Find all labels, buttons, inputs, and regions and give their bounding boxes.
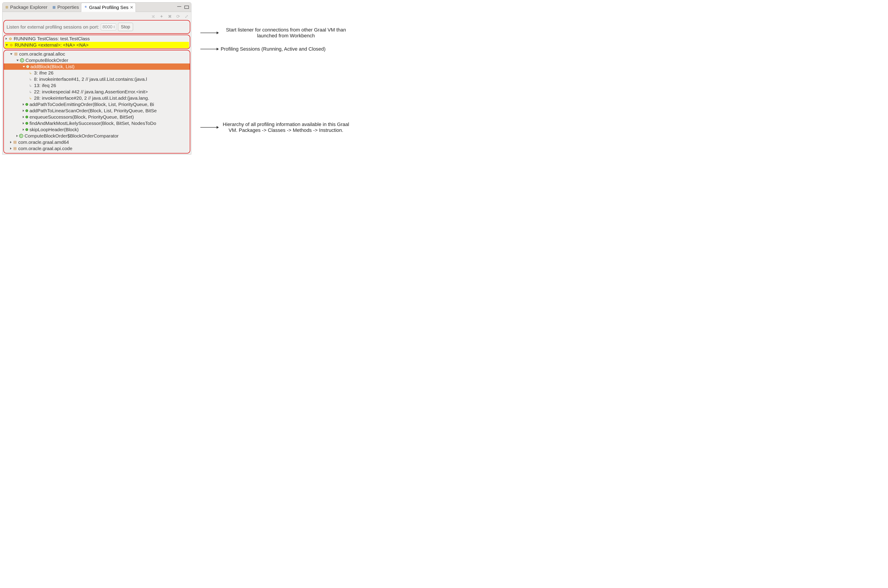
package-icon: ⊞	[13, 140, 17, 144]
method-icon	[26, 103, 28, 106]
method-label: skipLoopHeader(Block)	[30, 127, 78, 132]
instruction-row[interactable]: ↳ 13: ifeq 26	[4, 82, 190, 88]
method-row-selected[interactable]: addBlock(Block, List)	[4, 63, 190, 70]
expand-arrow-icon[interactable]	[6, 44, 8, 46]
refresh-icon[interactable]: ⟳	[176, 14, 180, 19]
instruction-row[interactable]: ↳ 22: invokespecial #42 // java.lang.Ass…	[4, 88, 190, 95]
instruction-row[interactable]: ↳ 8: invokeinterface#41, 2 // java.util.…	[4, 76, 190, 82]
expand-arrow-icon[interactable]	[23, 129, 24, 131]
invoke-icon: ↳	[29, 96, 33, 100]
session-name: TestClass:	[37, 36, 59, 41]
tab-bar: ⊞ Package Explorer ▦ Properties ᴳ Graal …	[3, 3, 191, 12]
expand-arrow-icon[interactable]	[23, 116, 24, 118]
invoke-icon: ↳	[29, 77, 33, 81]
arrow-icon	[200, 49, 218, 49]
session-row-active[interactable]: ⚙ RUNNING <external>: <NA> <NA>	[5, 42, 189, 48]
puzzle-icon[interactable]: ✦	[160, 14, 164, 19]
branch-icon: ↳	[29, 71, 33, 75]
method-icon	[26, 116, 28, 118]
method-row[interactable]: enqueueSuccessors(Block, PriorityQueue, …	[4, 114, 190, 120]
expand-arrow-icon[interactable]	[23, 110, 24, 112]
instruction-row[interactable]: ↳ 28: invokeinterface#20, 2 // java.util…	[4, 95, 190, 101]
tab-properties[interactable]: ▦ Properties	[50, 3, 81, 12]
class-icon: C	[20, 58, 24, 62]
method-label: addPathToLinearScanOrder(Block, List, Pr…	[30, 108, 157, 113]
method-row[interactable]: findAndMarkMostLikelySuccessor(Block, Bi…	[4, 120, 190, 126]
window-controls	[177, 6, 191, 9]
view-toolbar: ⤨ ✦ ✖ ⟳ ⤢	[3, 12, 191, 20]
method-label: enqueueSuccessors(Block, PriorityQueue, …	[30, 114, 134, 120]
tab-graal-profiling[interactable]: ᴳ Graal Profiling Ses ✕	[81, 3, 135, 12]
expand-arrow-icon[interactable]	[10, 53, 12, 55]
annotation-text: Start listener for connections from othe…	[221, 27, 351, 39]
method-label: addPathToCodeEmittingOrder(Block, List, …	[30, 102, 154, 107]
collapse-icon[interactable]: ⤢	[185, 14, 188, 19]
maximize-icon[interactable]	[185, 6, 189, 9]
package-explorer-icon: ⊞	[5, 5, 9, 9]
class-icon: C	[19, 134, 23, 138]
sessions-box: ⚙ RUNNING TestClass: test.TestClass ⚙ RU…	[3, 34, 190, 49]
session-name: <external>:	[38, 42, 62, 48]
expand-arrow-icon[interactable]	[6, 38, 7, 40]
package-label: com.oracle.graal.alloc	[19, 51, 65, 57]
hierarchy-box: ⊞ com.oracle.graal.alloc C ComputeBlockO…	[3, 50, 190, 153]
tab-label: Graal Profiling Ses	[89, 5, 128, 10]
port-listener-row: Listen for external profiling sessions o…	[3, 20, 190, 34]
spin-arrows-icon[interactable]: ▲▼	[113, 25, 115, 29]
method-row[interactable]: skipLoopHeader(Block)	[4, 126, 190, 133]
class-row[interactable]: C ComputeBlockOrder	[4, 57, 190, 63]
session-status: RUNNING	[14, 36, 36, 41]
gear-icon: ⚙	[8, 37, 12, 41]
expand-arrow-icon[interactable]	[23, 103, 24, 105]
method-row[interactable]: addPathToCodeEmittingOrder(Block, List, …	[4, 101, 190, 108]
tab-label: Package Explorer	[10, 4, 48, 10]
properties-icon: ▦	[52, 5, 56, 9]
arrow-icon	[200, 33, 218, 33]
instruction-label: 13: ifeq 26	[34, 83, 56, 88]
expand-arrow-icon[interactable]	[10, 147, 12, 150]
port-label: Listen for external profiling sessions o…	[6, 24, 99, 30]
expand-arrow-icon[interactable]	[17, 135, 18, 137]
graal-icon: ᴳ	[84, 5, 87, 9]
annotation-text: Profiling Sessions (Running, Active and …	[221, 46, 326, 52]
port-spinbox[interactable]: ▲▼	[101, 23, 116, 30]
gear-icon: ⚙	[9, 43, 13, 47]
expand-arrow-icon[interactable]	[17, 60, 19, 61]
arrow-icon	[200, 127, 218, 128]
method-label: findAndMarkMostLikelySuccessor(Block, Bi…	[30, 121, 156, 126]
package-row[interactable]: ⊞ com.oracle.graal.api.code	[4, 146, 190, 152]
class-label: ComputeBlockOrder$BlockOrderComparator	[24, 133, 119, 139]
method-icon	[26, 122, 28, 124]
expand-arrow-icon[interactable]	[10, 141, 12, 143]
expand-arrow-icon[interactable]	[23, 66, 25, 68]
session-status: RUNNING	[15, 42, 37, 48]
instruction-label: 8: invokeinterface#41, 2 // java.util.Li…	[34, 76, 147, 82]
package-label: com.oracle.graal.api.code	[18, 146, 72, 151]
tab-package-explorer[interactable]: ⊞ Package Explorer	[3, 3, 50, 12]
package-label: com.oracle.graal.amd64	[18, 140, 69, 145]
method-row[interactable]: addPathToLinearScanOrder(Block, List, Pr…	[4, 108, 190, 114]
route-icon[interactable]: ⤨	[151, 14, 155, 19]
class-row[interactable]: C ComputeBlockOrder$BlockOrderComparator	[4, 133, 190, 139]
stop-button[interactable]: Stop	[118, 23, 133, 31]
port-input[interactable]	[102, 24, 113, 30]
package-row[interactable]: ⊞ com.oracle.graal.alloc	[4, 51, 190, 57]
annotation: Hierarchy of all profiling information a…	[200, 122, 351, 133]
delete-icon[interactable]: ✖	[168, 14, 172, 19]
expand-arrow-icon[interactable]	[23, 122, 24, 124]
class-label: ComputeBlockOrder	[26, 58, 68, 63]
branch-icon: ↳	[29, 84, 33, 87]
instruction-label: 22: invokespecial #42 // java.lang.Asser…	[34, 89, 148, 94]
annotations: Start listener for connections from othe…	[200, 2, 886, 205]
package-icon: ⊞	[14, 52, 18, 56]
method-icon	[26, 65, 29, 68]
annotation: Start listener for connections from othe…	[200, 27, 351, 39]
instruction-row[interactable]: ↳ 3: ifne 26	[4, 70, 190, 76]
minimize-icon[interactable]	[177, 6, 181, 7]
session-row[interactable]: ⚙ RUNNING TestClass: test.TestClass	[5, 36, 189, 42]
annotation-text: Hierarchy of all profiling information a…	[221, 122, 351, 133]
instruction-label: 3: ifne 26	[34, 70, 53, 76]
package-row[interactable]: ⊞ com.oracle.graal.amd64	[4, 139, 190, 146]
close-tab-icon[interactable]: ✕	[130, 5, 133, 10]
method-icon	[26, 110, 28, 112]
